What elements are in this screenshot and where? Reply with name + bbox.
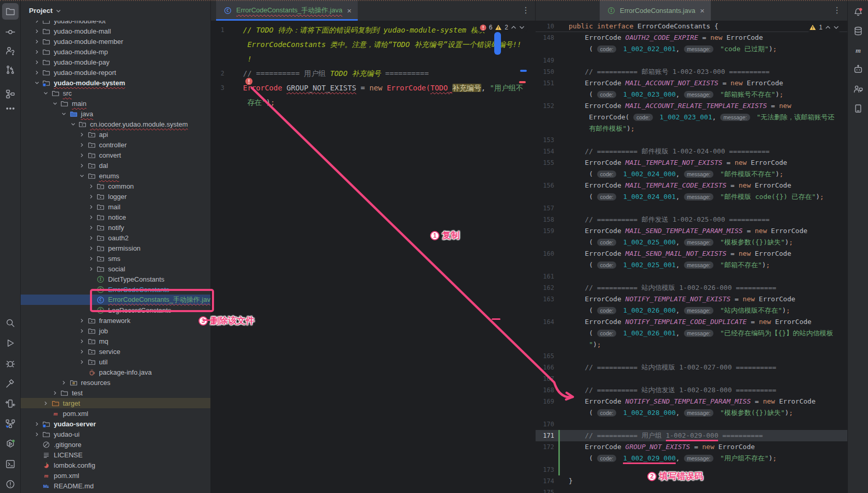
code-line[interactable]: 160 ErrorCode MAIL_SEND_MAIL_NOT_EXISTS … — [536, 248, 847, 259]
chevron-right-icon[interactable] — [78, 347, 86, 356]
code-line[interactable]: 173 — [536, 464, 847, 475]
code-line[interactable]: 148 ErrorCode OAUTH2_CODE_EXPIRE = new E… — [536, 32, 847, 43]
chevron-right-icon[interactable] — [78, 327, 86, 335]
code-line[interactable]: 168 // ========== 站内信发送 1-002-028-000 ==… — [536, 384, 847, 396]
close-icon[interactable]: × — [347, 7, 352, 14]
tree-item-permission[interactable]: permission — [21, 243, 210, 253]
tree-item-enums[interactable]: enums — [21, 171, 210, 181]
run-icon[interactable] — [2, 335, 19, 351]
tree-item-ErrorCodeConstants[interactable]: IErrorCodeConstants — [21, 284, 210, 295]
chevron-right-icon[interactable] — [33, 68, 41, 76]
code-line[interactable]: ( code: 1_002_024_001, message: "邮件模版 co… — [536, 191, 847, 203]
run-dashboard-icon[interactable] — [2, 436, 19, 452]
code-line[interactable]: ! — [211, 52, 535, 66]
tree-item-logger[interactable]: logger — [21, 191, 210, 202]
problems-icon[interactable] — [2, 476, 19, 492]
tree-item-lombok.config[interactable]: lombok.config — [21, 460, 210, 470]
code-line[interactable]: ( code: 1_002_029_000, message: "用户组不存在"… — [536, 453, 847, 464]
chevron-right-icon[interactable] — [33, 48, 41, 56]
code-line[interactable]: 有邮件模板"); — [536, 123, 847, 134]
search-icon[interactable] — [2, 315, 19, 331]
code-line[interactable]: ( code: 1_002_026_001, message: "已经存在编码为… — [536, 328, 847, 339]
database-icon[interactable] — [850, 23, 866, 39]
next-problem-icon[interactable] — [833, 24, 839, 31]
chevron-down-icon[interactable] — [60, 110, 68, 118]
tree-item-pom.xml[interactable]: mpom.xml — [21, 408, 210, 419]
commit-icon[interactable] — [2, 24, 19, 40]
tree-item-DictTypeConstants[interactable]: IDictTypeConstants — [21, 274, 210, 284]
device-manager-icon[interactable] — [850, 100, 866, 117]
code-line[interactable]: 162 // ========== 站内信模版 1-002-026-000 ==… — [536, 282, 847, 294]
tree-item-target[interactable]: target — [21, 398, 210, 408]
code-line[interactable]: 154 // ========== 邮件模版 1-002-024-000 ===… — [536, 146, 847, 157]
code-line[interactable]: 存在"); — [211, 95, 535, 110]
tree-item-test[interactable]: test — [21, 388, 210, 398]
tree-item-package-info.java[interactable]: package-info.java — [21, 367, 210, 377]
tree-item-java[interactable]: java — [21, 109, 210, 119]
chevron-right-icon[interactable] — [33, 37, 41, 45]
notifications-icon[interactable] — [850, 4, 866, 21]
code-editor-left[interactable]: 1// TODO 待办：请将下面的错误码复制到 yudao-module-sys… — [211, 21, 535, 493]
chevron-right-icon[interactable] — [33, 420, 41, 428]
code-line[interactable]: ( code: 1_002_024_000, message: "邮件模版不存在… — [536, 168, 847, 180]
tree-item-common[interactable]: common — [21, 181, 210, 191]
tree-item-social[interactable]: social — [21, 264, 210, 274]
tree-item-yudao-module-system[interactable]: yudao-module-system — [21, 78, 210, 88]
tree-item-yudao-module-mall[interactable]: yudao-module-mall — [21, 26, 210, 36]
prev-problem-icon[interactable] — [511, 24, 516, 31]
code-line[interactable]: ( code: 1_002_025_001, message: "邮箱不存在")… — [536, 259, 847, 271]
chevron-down-icon[interactable] — [51, 99, 59, 107]
code-line[interactable]: 172 ErrorCode GROUP_NOT_EXISTS = new Err… — [536, 441, 847, 453]
code-line[interactable]: 2// ========== 用户组 TODO 补充编号 ========== — [211, 66, 535, 81]
chevron-right-icon[interactable] — [87, 254, 95, 263]
terminal-icon[interactable] — [2, 456, 19, 472]
code-line[interactable]: 169 ErrorCode NOTIFY_SEND_TEMPLATE_PARAM… — [536, 396, 847, 407]
sticky-header-line[interactable]: 10public interface ErrorCodeConstants { — [536, 21, 847, 32]
tree-item-job[interactable]: job — [21, 326, 210, 336]
pull-requests-icon[interactable] — [2, 61, 19, 78]
tree-item-framework[interactable]: framework — [21, 315, 210, 326]
tree-item-LogRecordConstants[interactable]: ILogRecordConstants — [21, 305, 210, 315]
code-line[interactable]: 175 — [536, 487, 847, 493]
code-line[interactable]: 164 ErrorCode NOTIFY_TEMPLATE_CODE_DUPLI… — [536, 316, 847, 328]
users-icon[interactable] — [2, 42, 19, 59]
tree-item-yudao-module-mp[interactable]: yudao-module-mp — [21, 47, 210, 57]
chevron-right-icon[interactable] — [33, 430, 41, 438]
chevron-right-icon[interactable] — [87, 192, 95, 201]
tree-item-convert[interactable]: convert — [21, 150, 210, 160]
code-with-me-icon[interactable] — [850, 81, 866, 97]
chevron-right-icon[interactable] — [78, 337, 86, 345]
tab-options-kebab-icon[interactable]: ⋮ — [521, 5, 531, 15]
chevron-right-icon[interactable] — [78, 141, 86, 149]
chevron-right-icon[interactable] — [87, 213, 95, 221]
inspection-widget-left[interactable]: 6 2 — [477, 23, 528, 32]
code-line[interactable]: 166 // ========== 站内信模版 1-002-027-000 ==… — [536, 362, 847, 373]
chevron-right-icon[interactable] — [33, 27, 41, 35]
code-line[interactable]: ( code: 1_002_023_000, message: "邮箱账号不存在… — [536, 89, 847, 100]
tree-item-util[interactable]: util — [21, 357, 210, 367]
maven-icon[interactable]: m — [850, 42, 866, 58]
code-line[interactable]: 151 ErrorCode MAIL_ACCOUNT_NOT_EXISTS = … — [536, 78, 847, 89]
code-editor-right[interactable]: 148 ErrorCode OAUTH2_CODE_EXPIRE = new E… — [536, 0, 847, 493]
chevron-right-icon[interactable] — [87, 234, 95, 242]
debug-icon[interactable] — [2, 355, 19, 372]
code-line[interactable]: 155 ErrorCode MAIL_TEMPLATE_NOT_EXISTS =… — [536, 157, 847, 168]
code-line[interactable]: ErrorCodeConstants 类中。注意，请给“TODO 补充编号”设置… — [211, 37, 535, 52]
tree-item-resources[interactable]: resources — [21, 377, 210, 388]
inspection-widget-right[interactable]: 1 — [806, 23, 842, 32]
chevron-down-icon[interactable] — [78, 172, 86, 180]
editor-splitter[interactable] — [535, 0, 536, 493]
tree-item-service[interactable]: service — [21, 346, 210, 357]
profiler-icon[interactable] — [2, 395, 19, 412]
chevron-right-icon[interactable] — [87, 265, 95, 273]
scrollbar-thumb[interactable] — [494, 32, 501, 55]
code-line[interactable]: 158 // ========== 邮件发送 1-002-025-000 ===… — [536, 214, 847, 225]
next-problem-icon[interactable] — [519, 24, 525, 31]
chevron-right-icon[interactable] — [78, 358, 86, 366]
tree-item-api[interactable]: api — [21, 129, 210, 140]
chevron-right-icon[interactable] — [60, 378, 68, 387]
tree-item-pom.xml[interactable]: mpom.xml — [21, 470, 210, 481]
tree-item-src[interactable]: src — [21, 88, 210, 98]
chevron-right-icon[interactable] — [51, 389, 59, 397]
more-icon[interactable] — [2, 100, 19, 117]
